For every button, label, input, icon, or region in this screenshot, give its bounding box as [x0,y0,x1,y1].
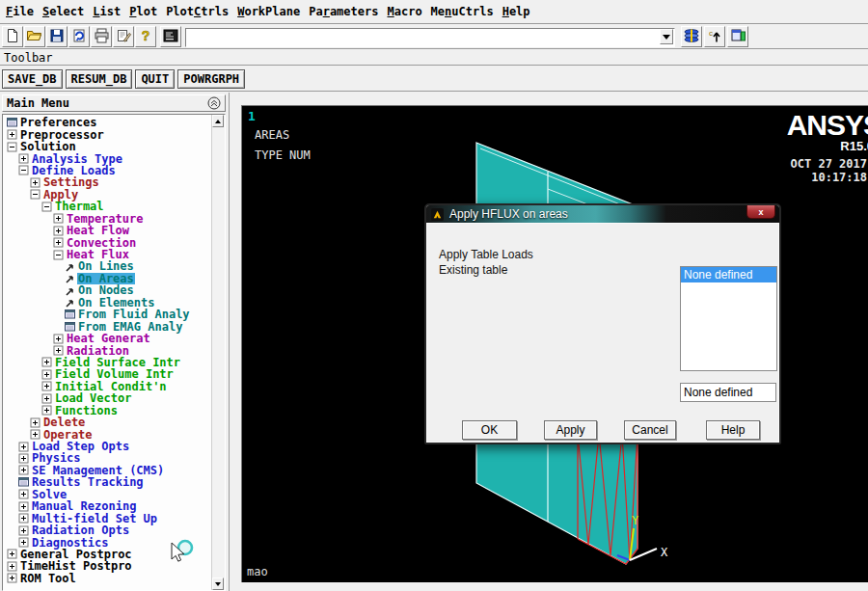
tree-item-timehist-postpro[interactable]: TimeHist Postpro [4,560,211,572]
tree-item-operate[interactable]: Operate [4,428,211,440]
plus-icon[interactable] [18,537,31,548]
command-history-dropdown-button[interactable] [660,29,673,44]
existing-table-listbox[interactable]: None defined [680,266,777,371]
open-file-button[interactable] [24,26,45,47]
tree-item-on-areas[interactable]: On Areas [4,273,211,284]
plus-icon[interactable] [18,153,31,164]
tree-item-from-emag-analy[interactable]: From EMAG Analy [4,320,211,332]
report-generator-button[interactable] [113,26,134,47]
plus-icon[interactable] [7,573,19,583]
tree-item-thermal[interactable]: Thermal [4,201,211,212]
tree-item-rom-tool[interactable]: ROM Tool [4,573,211,584]
tree-item-physics[interactable]: Physics [4,452,211,464]
plus-icon[interactable] [7,561,19,572]
menu-help[interactable]: Help [502,5,530,18]
minus-icon[interactable] [30,189,42,200]
tree-item-initial-condit-n[interactable]: Initial Condit'n [4,381,211,392]
minus-icon[interactable] [41,201,54,212]
resume-db-button[interactable] [68,26,90,47]
tree-item-define-loads[interactable]: Define Loads [4,165,211,176]
tree-item-field-surface-intr[interactable]: Field Surface Intr [4,357,211,368]
menu-plot[interactable]: Plot [129,5,157,18]
tree-item-heat-flow[interactable]: Heat Flow [4,225,211,236]
menu-plotctrls[interactable]: PlotCtrls [166,5,229,18]
tree-item-radiation[interactable]: Radiation [4,344,211,356]
menu-select[interactable]: Select [42,5,84,18]
collapse-chevron-icon[interactable] [207,96,221,110]
plus-icon[interactable] [41,381,54,391]
plus-icon[interactable] [18,513,31,524]
main-menu-header[interactable]: Main Menu [2,94,226,112]
tree-item-results-tracking[interactable]: Results Tracking [4,476,211,488]
plus-icon[interactable] [18,489,31,499]
save-db-button[interactable]: SAVE_DB [2,69,63,89]
plus-icon[interactable] [41,393,54,404]
plus-icon[interactable] [18,525,31,536]
tree-item-on-nodes[interactable]: On Nodes [4,284,211,296]
plus-icon[interactable] [30,429,42,440]
tree-item-load-step-opts[interactable]: Load Step Opts [4,441,211,452]
plus-icon[interactable] [53,237,66,248]
tree-item-heat-flux[interactable]: Heat Flux [4,249,211,260]
print-button[interactable] [91,26,112,47]
tree-item-heat-generat[interactable]: Heat Generat [4,333,211,344]
plus-icon[interactable] [18,442,31,452]
plus-icon[interactable] [18,501,31,512]
tree-item-from-fluid-analy[interactable]: From Fluid Analy [4,309,211,320]
apply-button[interactable]: Apply [544,420,597,440]
scroll-down-button[interactable] [212,578,224,590]
tree-item-apply[interactable]: Apply [4,189,211,201]
minus-icon[interactable] [18,165,31,175]
plus-icon[interactable] [53,334,66,344]
tree-item-on-lines[interactable]: On Lines [4,260,211,272]
tree-item-radiation-opts[interactable]: Radiation Opts [4,524,211,536]
resum-db-button[interactable]: RESUM_DB [66,69,133,89]
menu-workplane[interactable]: WorkPlane [237,5,300,18]
plus-icon[interactable] [53,213,66,224]
plus-icon[interactable] [53,226,66,236]
cancel-button[interactable]: Cancel [624,420,676,440]
tree-item-general-postproc[interactable]: General Postproc [4,549,211,560]
quit-button[interactable]: QUIT [135,69,175,89]
plus-icon[interactable] [53,345,66,356]
new-analysis-button[interactable] [2,26,23,47]
plus-icon[interactable] [30,417,42,428]
plus-icon[interactable] [41,369,54,380]
command-prompt-button[interactable] [160,26,181,47]
minus-icon[interactable] [7,142,19,152]
plus-icon[interactable] [18,465,31,475]
tree-item-multi-field-set-up[interactable]: Multi-field Set Up [4,512,211,524]
tree-item-temperature[interactable]: Temperature [4,213,211,225]
tree-item-delete[interactable]: Delete [4,416,211,428]
menu-menuctrls[interactable]: MenuCtrls [431,5,494,18]
scroll-up-button[interactable] [212,115,224,127]
contact-manager-button[interactable] [727,26,748,47]
tree-item-field-volume-intr[interactable]: Field Volume Intr [4,368,211,380]
plus-icon[interactable] [30,177,42,188]
ok-button[interactable]: OK [462,420,517,440]
plus-icon[interactable] [18,453,31,464]
save-db-button[interactable] [46,26,68,47]
dialog-title-bar[interactable]: Apply HFLUX on areas x [426,205,779,223]
tree-item-load-vector[interactable]: Load Vector [4,392,211,404]
tree-scrollbar[interactable] [211,115,225,590]
tree-item-preprocessor[interactable]: Preprocessor [4,128,211,140]
menu-parameters[interactable]: Parameters [309,5,378,18]
powrgrph-button[interactable]: POWRGRPH [177,69,245,89]
tree-item-solve[interactable]: Solve [4,489,211,500]
tree-item-diagnostics[interactable]: Diagnostics [4,536,211,548]
tree-item-settings[interactable]: Settings [4,176,211,188]
model-control-button[interactable] [681,26,702,47]
help-button[interactable]: Help [706,420,760,440]
help-button[interactable]: ? [135,26,156,47]
tree-item-functions[interactable]: Functions [4,405,211,416]
tree-item-solution[interactable]: Solution [4,141,211,152]
plus-icon[interactable] [7,129,19,140]
tree-item-manual-rezoning[interactable]: Manual Rezoning [4,500,211,512]
raise-hidden-button[interactable]: c [704,26,725,47]
plus-icon[interactable] [41,357,54,367]
command-input[interactable] [185,28,675,47]
plus-icon[interactable] [7,549,19,559]
menu-list[interactable]: List [93,5,121,18]
menu-file[interactable]: File [6,5,34,18]
